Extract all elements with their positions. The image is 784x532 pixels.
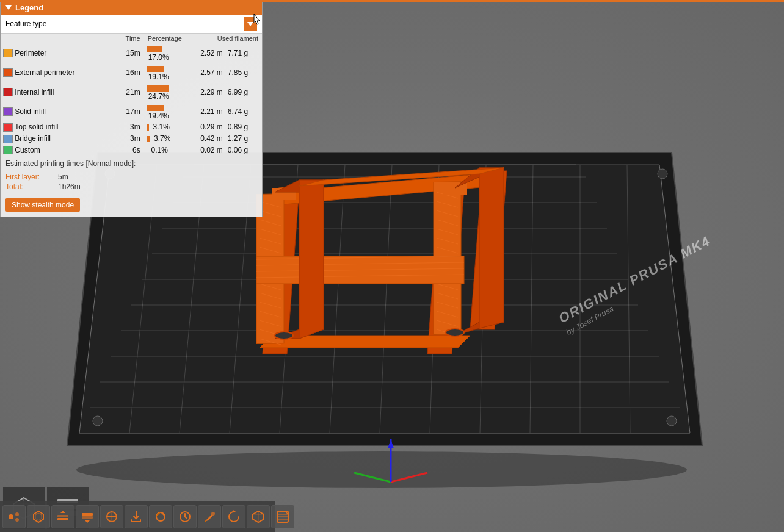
- total-value: 1h26m: [58, 182, 81, 191]
- svg-point-93: [15, 518, 19, 522]
- arrange-tool[interactable]: [2, 505, 26, 528]
- legend-row: Custom 6s 0.1% 0.02 m 0.06 g: [1, 145, 262, 156]
- first-layer-value: 5m: [58, 173, 68, 181]
- export-tool[interactable]: [125, 505, 148, 528]
- svg-rect-95: [57, 515, 68, 517]
- stealth-mode-button[interactable]: Show stealth mode: [5, 198, 80, 212]
- col-time-header: Time: [112, 34, 143, 43]
- row-pct: 17.0%: [148, 53, 169, 62]
- row-filament-m: 0.42 m: [186, 133, 225, 145]
- row-time: 16m: [112, 63, 143, 82]
- legend-row: Internal infill 21m 24.7% 2.29 m 6.99 g: [1, 82, 262, 102]
- row-name: Top solid infill: [15, 123, 58, 131]
- color-swatch: [3, 88, 13, 96]
- color-tool[interactable]: [149, 505, 172, 528]
- svg-marker-78: [299, 180, 324, 339]
- svg-marker-81: [479, 168, 504, 328]
- svg-point-84: [446, 329, 464, 336]
- row-name: External perimeter: [15, 68, 74, 77]
- svg-point-105: [211, 512, 215, 516]
- row-bar-cell: 0.1%: [144, 145, 186, 156]
- svg-point-91: [9, 514, 13, 519]
- color-swatch: [3, 135, 13, 143]
- row-bar-cell: 19.1%: [144, 63, 186, 82]
- row-bar-cell: 3.7%: [144, 133, 186, 145]
- row-time: 3m: [112, 133, 143, 145]
- legend-row: Perimeter 15m 17.0% 2.52 m 7.71 g: [1, 43, 262, 63]
- row-name-cell: Solid infill: [1, 102, 112, 121]
- row-bar-cell: 24.7%: [144, 82, 186, 102]
- row-time: 15m: [112, 43, 143, 63]
- row-filament-g: 7.85 g: [225, 63, 262, 82]
- view-3d-toggle-tool[interactable]: [247, 505, 270, 528]
- svg-point-83: [275, 332, 293, 339]
- legend-rows: Perimeter 15m 17.0% 2.52 m 7.71 g Extern…: [1, 43, 262, 156]
- estimated-times: Estimated printing times [Normal mode]:: [1, 156, 262, 171]
- first-layer-row: First layer: 5m: [5, 173, 257, 181]
- row-filament-m: 0.29 m: [186, 121, 225, 133]
- legend-row: Bridge infill 3m 3.7% 0.42 m 1.27 g: [1, 133, 262, 145]
- first-layer-label: First layer:: [5, 173, 54, 181]
- row-time: 3m: [112, 121, 143, 133]
- row-name-cell: Perimeter: [1, 43, 112, 63]
- row-filament-m: 2.57 m: [186, 63, 225, 82]
- row-filament-g: 0.06 g: [225, 145, 262, 156]
- total-row: Total: 1h26m: [5, 182, 257, 191]
- feature-type-dropdown[interactable]: Feature type: [1, 15, 262, 34]
- row-filament-g: 7.71 g: [225, 43, 262, 63]
- row-time: 17m: [112, 102, 143, 121]
- row-pct: 0.1%: [151, 146, 167, 154]
- row-filament-m: 0.02 m: [186, 145, 225, 156]
- layer-down-tool[interactable]: [76, 505, 99, 528]
- row-name: Custom: [15, 146, 40, 154]
- row-time: 6s: [112, 145, 143, 156]
- color-swatch: [3, 123, 13, 132]
- collapse-triangle[interactable]: [5, 5, 12, 10]
- toolbar: [0, 501, 275, 532]
- row-pct: 3.7%: [154, 134, 170, 143]
- svg-point-0: [76, 451, 687, 488]
- row-name-cell: Custom: [1, 145, 112, 156]
- slice-icon-tool[interactable]: [271, 505, 294, 528]
- col-name-header: [1, 34, 112, 43]
- row-name-cell: External perimeter: [1, 63, 112, 82]
- col-pct-header: Percentage: [144, 34, 186, 43]
- row-name: Internal infill: [15, 88, 54, 96]
- row-bar-cell: 17.0%: [144, 43, 186, 63]
- color-swatch: [3, 49, 13, 57]
- svg-point-33: [658, 169, 667, 179]
- svg-marker-106: [231, 510, 236, 512]
- svg-point-30: [93, 416, 103, 426]
- row-filament-g: 6.74 g: [225, 102, 262, 121]
- row-filament-m: 2.52 m: [186, 43, 225, 63]
- legend-row: Top solid infill 3m 3.1% 0.29 m 0.89 g: [1, 121, 262, 133]
- row-bar-cell: 3.1%: [144, 121, 186, 133]
- svg-rect-75: [443, 183, 467, 195]
- row-bar-cell: 19.4%: [144, 102, 186, 121]
- legend-header: Legend: [1, 1, 262, 15]
- row-filament-g: 6.99 g: [225, 82, 262, 102]
- color-swatch: [3, 146, 13, 154]
- color-swatch: [3, 107, 13, 116]
- rotate-tool[interactable]: [222, 505, 245, 528]
- total-label: Total:: [5, 182, 54, 191]
- legend-table: Time Percentage Used filament Perimeter …: [1, 34, 262, 156]
- svg-marker-122: [254, 14, 260, 24]
- row-name: Perimeter: [15, 49, 46, 57]
- time-tool[interactable]: [173, 505, 197, 528]
- row-pct: 3.1%: [153, 123, 169, 131]
- paint-tool[interactable]: [198, 505, 221, 528]
- legend-panel: Legend Feature type Time Percentage Used…: [0, 0, 263, 217]
- row-name-cell: Bridge infill: [1, 133, 112, 145]
- shells-tool[interactable]: [27, 505, 50, 528]
- row-filament-g: 0.89 g: [225, 121, 262, 133]
- layer-up-tool[interactable]: [51, 505, 74, 528]
- row-name: Solid infill: [15, 107, 46, 116]
- row-pct: 24.7%: [148, 92, 169, 101]
- svg-rect-96: [82, 513, 93, 516]
- cursor: [253, 13, 261, 26]
- estimated-label: Estimated printing times [Normal mode]:: [5, 159, 136, 168]
- svg-rect-94: [57, 518, 68, 520]
- slice-preview-tool[interactable]: [100, 505, 123, 528]
- row-pct: 19.1%: [148, 73, 169, 81]
